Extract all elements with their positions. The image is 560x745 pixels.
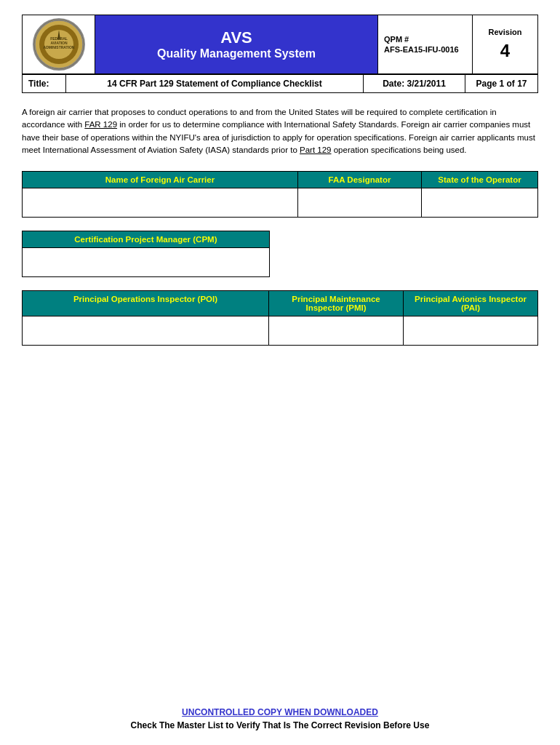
revision-cell: Revision 4 bbox=[473, 15, 538, 74]
far129-ref: FAR 129 bbox=[84, 120, 117, 129]
inspector-table: Principal Operations Inspector (POI) Pri… bbox=[22, 290, 538, 346]
poi-header: Principal Operations Inspector (POI) bbox=[23, 291, 269, 316]
sub-title: Quality Management System bbox=[101, 47, 372, 60]
revision-label: Revision bbox=[479, 28, 532, 36]
pai-value bbox=[404, 316, 538, 346]
body-text: A foreign air carrier that proposes to c… bbox=[22, 106, 538, 156]
carrier-name-value bbox=[23, 188, 298, 218]
faa-designator-header: FAA Designator bbox=[298, 172, 422, 188]
pmi-value bbox=[269, 316, 404, 346]
faa-logo: FEDERAL AVIATION ADMINISTRATION bbox=[33, 18, 85, 71]
carrier-name-header: Name of Foreign Air Carrier bbox=[23, 172, 298, 188]
footer-uncontrolled: UNCONTROLLED COPY WHEN DOWNLOADED bbox=[0, 707, 560, 717]
revision-number: 4 bbox=[479, 41, 532, 61]
state-operator-value bbox=[422, 188, 538, 218]
cpm-value bbox=[23, 248, 270, 277]
faa-designator-value bbox=[298, 188, 422, 218]
poi-value bbox=[23, 316, 269, 346]
title-label: Title: bbox=[23, 75, 66, 93]
page-cell: Page 1 of 17 bbox=[465, 75, 538, 93]
cpm-header: Certification Project Manager (CPM) bbox=[23, 231, 270, 248]
title-row-table: Title: 14 CFR Part 129 Statement of Comp… bbox=[22, 74, 538, 93]
footer-check: Check The Master List to Verify That Is … bbox=[131, 720, 430, 730]
title-cell: AVS Quality Management System bbox=[95, 15, 378, 74]
date-cell: Date: 3/21/2011 bbox=[364, 75, 465, 93]
title-value: 14 CFR Part 129 Statement of Compliance … bbox=[66, 75, 364, 93]
svg-text:ADMINISTRATION: ADMINISTRATION bbox=[43, 45, 74, 49]
pai-header: Principal Avionics Inspector (PAI) bbox=[404, 291, 538, 316]
qpm-label: QPM # bbox=[384, 35, 466, 44]
qpm-value: AFS-EA15-IFU-0016 bbox=[384, 45, 466, 54]
main-title: AVS bbox=[101, 28, 372, 47]
state-operator-header: State of the Operator bbox=[422, 172, 538, 188]
qpm-cell: QPM # AFS-EA15-IFU-0016 bbox=[378, 15, 473, 74]
header-table: FEDERAL AVIATION ADMINISTRATION AVS Qual… bbox=[22, 15, 538, 74]
logo-cell: FEDERAL AVIATION ADMINISTRATION bbox=[23, 15, 95, 74]
pmi-header: Principal Maintenance Inspector (PMI) bbox=[269, 291, 404, 316]
part129-ref: Part 129 bbox=[300, 146, 331, 154]
carrier-table: Name of Foreign Air Carrier FAA Designat… bbox=[22, 171, 538, 218]
cpm-table: Certification Project Manager (CPM) bbox=[22, 231, 270, 277]
footer: UNCONTROLLED COPY WHEN DOWNLOADED Check … bbox=[0, 707, 560, 730]
